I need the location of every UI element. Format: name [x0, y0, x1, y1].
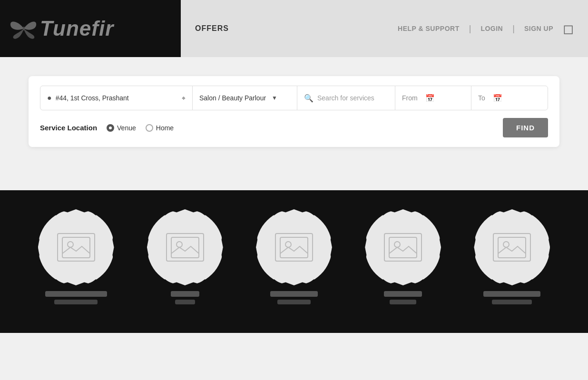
to-label: To: [478, 94, 485, 102]
category-value: Salon / Beauty Parlour: [199, 94, 266, 102]
service-card-4[interactable]: [356, 209, 451, 304]
bottom-section: [0, 190, 588, 333]
card-5-title: [483, 291, 540, 297]
card-2-placeholder: [166, 233, 204, 262]
svg-rect-7: [389, 237, 417, 258]
svg-point-10: [503, 242, 509, 247]
search-row: ● ⌖ Salon / Beauty Parlour ▼ 🔍 From 📅: [40, 86, 548, 110]
venue-radio[interactable]: Venue: [107, 124, 136, 132]
card-4-placeholder: [384, 233, 422, 262]
card-1-text: [45, 291, 107, 304]
calendar-from-icon[interactable]: 📅: [425, 94, 435, 103]
svg-point-6: [285, 242, 291, 247]
card-2-subtitle: [175, 300, 195, 304]
card-3-subtitle: [277, 300, 311, 304]
chevron-down-icon: ▼: [272, 95, 277, 101]
login-link[interactable]: LOGIN: [480, 25, 503, 32]
main-content: ● ⌖ Salon / Beauty Parlour ▼ 🔍 From 📅: [0, 57, 588, 190]
card-4-image: [365, 209, 441, 285]
venue-radio-label: Venue: [117, 124, 136, 132]
card-5-text: [483, 291, 540, 304]
category-field[interactable]: Salon / Beauty Parlour ▼: [193, 86, 297, 110]
services-search-field: 🔍: [297, 86, 395, 110]
venue-radio-circle: [107, 124, 114, 132]
location-field: ● ⌖: [40, 86, 193, 110]
home-radio[interactable]: Home: [146, 124, 174, 132]
find-button[interactable]: FIND: [503, 118, 548, 137]
card-4-text: [384, 291, 422, 304]
card-2-text: [171, 291, 199, 304]
card-4-title: [384, 291, 422, 297]
logo-icon: [10, 17, 38, 40]
card-2-image: [147, 209, 223, 285]
date-to-field: To 📅: [471, 86, 548, 110]
card-5-placeholder: [493, 233, 531, 262]
card-5-image: [474, 209, 550, 285]
nav-sep-2: |: [512, 24, 515, 34]
user-icon: ◻: [563, 21, 574, 37]
card-3-placeholder: [275, 233, 313, 262]
main-header: Tunefir OFFERS HELP & SUPPORT | LOGIN | …: [0, 0, 588, 57]
location-pin-icon: ●: [47, 94, 52, 102]
svg-rect-1: [62, 237, 90, 258]
card-3-image: [256, 209, 332, 285]
service-card-5[interactable]: [465, 209, 559, 304]
nav-sep-1: |: [469, 24, 471, 34]
card-1-placeholder: [57, 233, 95, 262]
card-1-image: [38, 209, 114, 285]
card-1-subtitle: [54, 300, 98, 304]
from-label: From: [402, 94, 418, 102]
help-support-link[interactable]: HELP & SUPPORT: [398, 25, 460, 32]
svg-point-8: [394, 242, 400, 247]
svg-rect-9: [498, 237, 526, 258]
card-3-title: [270, 291, 318, 297]
cards-row: [29, 209, 559, 304]
home-radio-label: Home: [156, 124, 174, 132]
svg-point-4: [176, 242, 182, 247]
search-container: ● ⌖ Salon / Beauty Parlour ▼ 🔍 From 📅: [29, 76, 559, 147]
card-5-subtitle: [492, 300, 532, 304]
filter-row: Service Location Venue Home FIND: [40, 118, 548, 137]
svg-rect-5: [280, 237, 308, 258]
calendar-to-icon[interactable]: 📅: [493, 94, 502, 103]
services-input[interactable]: [317, 94, 388, 102]
service-card-3[interactable]: [246, 209, 341, 304]
nav-right: HELP & SUPPORT | LOGIN | SIGN UP ◻: [398, 21, 574, 37]
service-card-1[interactable]: [29, 209, 123, 304]
card-3-text: [270, 291, 318, 304]
signup-link[interactable]: SIGN UP: [524, 25, 553, 32]
service-location-label: Service Location: [40, 124, 97, 132]
logo-area: Tunefir: [0, 0, 181, 57]
nav-area: OFFERS HELP & SUPPORT | LOGIN | SIGN UP …: [181, 0, 588, 57]
card-2-title: [171, 291, 199, 297]
svg-rect-3: [171, 237, 199, 258]
svg-point-2: [68, 242, 73, 247]
svg-point-0: [23, 27, 25, 30]
home-radio-circle: [146, 124, 153, 132]
gps-icon[interactable]: ⌖: [182, 94, 186, 102]
card-4-subtitle: [390, 300, 416, 304]
date-from-field: From 📅: [395, 86, 471, 110]
card-1-title: [45, 291, 107, 297]
offers-label: OFFERS: [195, 24, 229, 33]
service-card-2[interactable]: [137, 209, 232, 304]
location-input[interactable]: [56, 94, 178, 102]
search-icon: 🔍: [304, 94, 314, 103]
radio-group: Venue Home: [107, 124, 174, 132]
brand-name: Tunefir: [40, 18, 114, 39]
